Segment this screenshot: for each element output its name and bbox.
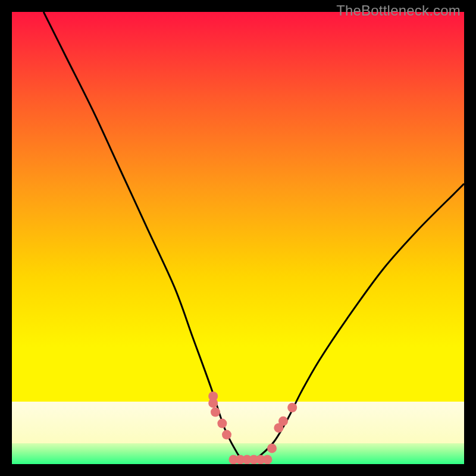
curve-marker bbox=[267, 443, 277, 453]
curve-marker bbox=[217, 419, 227, 428]
curve-marker bbox=[278, 416, 288, 426]
curve-marker bbox=[208, 398, 218, 408]
gradient-band-warm bbox=[12, 12, 464, 402]
curve-marker bbox=[222, 430, 231, 440]
curve-marker bbox=[287, 403, 297, 412]
curve-marker bbox=[262, 455, 272, 464]
bottleneck-plot bbox=[12, 12, 464, 464]
gradient-band-pale bbox=[12, 402, 464, 443]
curve-marker bbox=[211, 408, 220, 417]
chart-frame bbox=[12, 12, 464, 464]
